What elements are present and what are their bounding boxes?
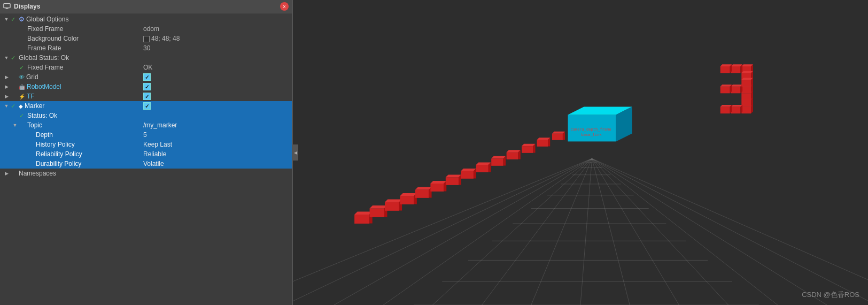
tree-item-fixed-frame[interactable]: Fixed Frameodom (0, 24, 292, 34)
tree-item-global-options[interactable]: ⚙Global Options (0, 14, 292, 24)
color-swatch-background-color (143, 36, 150, 42)
gear-icon: ⚙ (19, 16, 25, 23)
label-global-options: Global Options (26, 16, 68, 23)
label-marker: Marker (25, 102, 44, 110)
monitor-icon (3, 3, 11, 10)
label-topic: Topic (27, 121, 42, 129)
watermark: CSDN @色香ROS (802, 290, 859, 300)
tree-item-namespaces[interactable]: Namespaces (0, 169, 292, 178)
value-tf: ✓ (141, 93, 290, 100)
arrow-robot-model[interactable] (4, 84, 9, 89)
label-depth: Depth (36, 131, 53, 139)
label-durability-policy: Durability Policy (36, 160, 81, 167)
label-history-policy: History Policy (36, 141, 75, 148)
tree-item-tf[interactable]: ⚡TF✓ (0, 92, 292, 101)
value-background-color: 48; 48; 48 (141, 35, 290, 42)
marker-icon: ◆ (19, 103, 23, 109)
label-grid: Grid (26, 73, 38, 81)
value-topic: /my_marker (141, 121, 290, 129)
checkbox-marker[interactable]: ✓ (143, 102, 151, 110)
tree-item-topic[interactable]: Topic/my_marker (0, 120, 292, 130)
value-marker: ✓ (141, 102, 290, 110)
tree-container: ⚙Global OptionsFixed FrameodomBackground… (0, 13, 292, 305)
close-button[interactable]: × (280, 2, 289, 11)
tree-item-marker[interactable]: ◆Marker✓ (0, 101, 292, 111)
check-marker-status (19, 112, 26, 119)
label-marker-status: Status: Ok (27, 112, 57, 119)
label-reliability-policy: Reliability Policy (36, 150, 82, 158)
tree-item-reliability-policy[interactable]: Reliability PolicyReliable (0, 149, 292, 159)
tree-item-robot-model[interactable]: 🤖RobotModel✓ (0, 82, 292, 92)
robot-icon: 🤖 (19, 84, 25, 90)
arrow-grid[interactable] (4, 74, 9, 80)
tree-item-history-policy[interactable]: History PolicyKeep Last (0, 140, 292, 149)
eye-icon: 👁 (19, 74, 25, 80)
check-global-status (11, 55, 17, 62)
panel-title-bar: Displays × (0, 0, 292, 13)
tree-item-background-color[interactable]: Background Color48; 48; 48 (0, 34, 292, 43)
tree-item-depth[interactable]: Depth5 (0, 130, 292, 140)
arrow-global-options[interactable] (4, 17, 9, 22)
check-fixed-frame-status (19, 64, 26, 71)
tree-item-grid[interactable]: 👁Grid✓ (0, 72, 292, 82)
check-marker (11, 103, 17, 110)
displays-panel: Displays × ⚙Global OptionsFixed Frameodo… (0, 0, 293, 305)
checkbox-grid[interactable]: ✓ (143, 73, 151, 81)
tree-item-marker-status[interactable]: Status: Ok (0, 111, 292, 120)
arrow-tf[interactable] (4, 94, 9, 99)
value-frame-rate: 30 (141, 44, 290, 52)
tree-item-fixed-frame-status[interactable]: Fixed FrameOK (0, 63, 292, 72)
arrow-marker[interactable] (4, 103, 9, 109)
value-durability-policy: Volatile (141, 160, 290, 167)
value-fixed-frame-status: OK (141, 64, 290, 71)
svg-rect-0 (4, 4, 10, 8)
label-fixed-frame: Fixed Frame (27, 25, 63, 33)
tf-icon: ⚡ (19, 94, 25, 100)
tree-item-durability-policy[interactable]: Durability PolicyVolatile (0, 159, 292, 169)
collapse-handle[interactable]: ◀ (293, 144, 298, 161)
check-global-options (11, 16, 17, 23)
value-reliability-policy: Reliable (141, 150, 290, 158)
checkbox-tf[interactable]: ✓ (143, 93, 151, 100)
arrow-topic[interactable] (12, 123, 18, 128)
label-namespaces: Namespaces (19, 170, 56, 177)
tree-item-global-status[interactable]: Global Status: Ok (0, 53, 292, 63)
arrow-namespaces[interactable] (4, 171, 9, 176)
tree-item-frame-rate[interactable]: Frame Rate30 (0, 43, 292, 53)
label-frame-rate: Frame Rate (27, 44, 61, 52)
panel-title: Displays (14, 3, 40, 10)
label-robot-model: RobotModel (27, 83, 61, 90)
viewport-3d[interactable]: CSDN @色香ROS ◀ (293, 0, 868, 305)
grid-canvas (293, 0, 868, 305)
value-robot-model: ✓ (141, 83, 290, 90)
label-fixed-frame-status: Fixed Frame (27, 64, 63, 71)
label-background-color: Background Color (27, 35, 79, 42)
arrow-global-status[interactable] (4, 55, 9, 60)
value-grid: ✓ (141, 73, 290, 81)
checkbox-robot-model[interactable]: ✓ (143, 83, 151, 90)
label-global-status: Global Status: Ok (19, 54, 69, 62)
value-history-policy: Keep Last (141, 141, 290, 148)
value-fixed-frame: odom (141, 25, 290, 33)
label-tf: TF (27, 93, 35, 100)
value-depth: 5 (141, 131, 290, 139)
